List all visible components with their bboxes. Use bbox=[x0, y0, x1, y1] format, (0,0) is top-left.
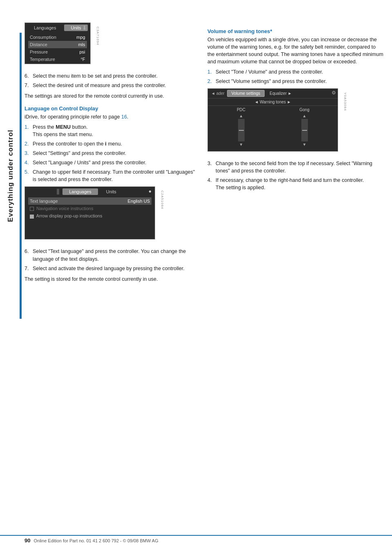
lang-rows: Text language English US Navigation voic… bbox=[25, 197, 155, 220]
page-footer: 90 Online Edition for Part no. 01 41 2 6… bbox=[0, 535, 392, 544]
vol-screen-wrapper: ◄ ader Volume settings Equalizer ► ⚙ ◄ W… bbox=[207, 88, 338, 156]
list-item-vol-step2: 2. Select "Volume settings" and press th… bbox=[207, 78, 384, 85]
page-ref-link[interactable]: 16 bbox=[121, 114, 127, 120]
down-arrow-icon: ⬇ bbox=[82, 25, 87, 31]
list-item-lang-step4: 4. Select "Language / Units" and press t… bbox=[24, 159, 196, 166]
list-item-lang-step3: 3. Select "Settings" and press the contr… bbox=[24, 150, 196, 157]
lang-screen-mockup: Languages Units ● Text language English … bbox=[24, 186, 155, 239]
units-screen-wrapper: Languages Units ⬇ Consumption mpg Distan… bbox=[24, 22, 91, 68]
units-row-pressure: Pressure psi bbox=[28, 48, 87, 56]
units-row-temperature: Temperature °F bbox=[28, 56, 87, 63]
vol-screen-mockup: ◄ ader Volume settings Equalizer ► ⚙ ◄ W… bbox=[207, 88, 338, 152]
units-rows: Consumption mpg Distance mls Pressure ps… bbox=[25, 33, 90, 64]
vol-steps-list: 1. Select "Tone / Volume" and press the … bbox=[207, 68, 384, 85]
vol-settings-icon: ⚙ bbox=[332, 90, 336, 96]
lang-tab-indicator bbox=[57, 189, 59, 195]
lang-steps-list: 1. Press the MENU button.This opens the … bbox=[24, 123, 196, 184]
bullet-icon: ● bbox=[149, 188, 151, 194]
lang-screen-side-label: C2A51084 bbox=[160, 190, 164, 209]
list-item-lang-step1: 1. Press the MENU button.This opens the … bbox=[24, 123, 196, 138]
sidebar-text: Everything under control bbox=[7, 130, 15, 222]
vol-tabs: ◄ ader Volume settings Equalizer ► ⚙ bbox=[208, 89, 338, 98]
page-number: 90 bbox=[24, 537, 30, 544]
lang-tab-units: Units bbox=[100, 188, 123, 195]
vol-channel-gong: Gong ▲ ▼ bbox=[274, 107, 334, 147]
vol-intro: On vehicles equipped with a single drive… bbox=[207, 36, 384, 66]
list-item-step7a: 7. Select the desired unit of measure an… bbox=[24, 82, 196, 89]
list-item-step6b: 6. Select "Text language" and press the … bbox=[24, 248, 196, 262]
warning-tones-row: ◄ Warning tones ► bbox=[208, 98, 338, 106]
gong-down-arrow: ▼ bbox=[303, 142, 307, 147]
final-note: The setting is stored for the remote con… bbox=[24, 275, 196, 283]
tab-languages: Languages bbox=[27, 25, 62, 31]
right-column: Volume of warning tones* On vehicles equ… bbox=[207, 22, 384, 285]
nav-checkbox bbox=[30, 207, 34, 211]
pdc-mid-line bbox=[239, 130, 244, 131]
main-content: Languages Units ⬇ Consumption mpg Distan… bbox=[24, 22, 384, 285]
vol-section-header: Volume of warning tones* bbox=[207, 28, 384, 34]
vol-tab-equalizer: Equalizer ► bbox=[265, 90, 296, 96]
pdc-down-arrow: ▼ bbox=[239, 142, 243, 147]
lang-tab-languages: Languages bbox=[62, 188, 98, 195]
units-row-consumption: Consumption mpg bbox=[28, 34, 87, 41]
units-steps-list: 6. Select the menu item to be set and pr… bbox=[24, 72, 196, 89]
list-item-lang-step2: 2. Press the controller to open the i me… bbox=[24, 140, 196, 148]
list-item-lang-step5: 5. Change to upper field if necessary. T… bbox=[24, 168, 196, 183]
footer-text: Online Edition for Part no. 01 41 2 600 … bbox=[33, 538, 158, 543]
vol-tab-active: Volume settings bbox=[227, 90, 265, 97]
gong-mid-line bbox=[302, 130, 307, 131]
units-screen-mockup: Languages Units ⬇ Consumption mpg Distan… bbox=[24, 22, 91, 64]
list-item-step6a: 6. Select the menu item to be set and pr… bbox=[24, 72, 196, 80]
lang-screen-wrapper: Languages Units ● Text language English … bbox=[24, 186, 155, 244]
list-item-vol-step3: 3. Change to the second field from the t… bbox=[207, 160, 384, 175]
lang-row-nav: Navigation voice instructions bbox=[28, 205, 151, 212]
accent-bar bbox=[20, 33, 22, 319]
screen-side-label: C3A71094 bbox=[96, 27, 100, 45]
lang-steps-after-list: 6. Select "Text language" and press the … bbox=[24, 248, 196, 272]
vol-channels: PDC ▲ ▼ Go bbox=[208, 106, 338, 148]
settings-note: The settings are stored for the remote c… bbox=[24, 92, 196, 100]
gong-up-arrow: ▲ bbox=[303, 114, 307, 118]
sidebar-label: Everything under control bbox=[0, 33, 21, 319]
units-tabs: Languages Units ⬇ bbox=[25, 23, 90, 33]
lang-tabs: Languages Units ● bbox=[25, 187, 155, 197]
left-column: Languages Units ⬇ Consumption mpg Distan… bbox=[24, 22, 196, 285]
gong-bar-track bbox=[301, 119, 308, 141]
lang-row-text: Text language English US bbox=[28, 197, 151, 205]
pdc-bar-track bbox=[238, 119, 245, 141]
list-item-vol-step1: 1. Select "Tone / Volume" and press the … bbox=[207, 68, 384, 76]
pdc-up-arrow: ▲ bbox=[239, 114, 243, 118]
idrive-ref: iDrive, for operating principle refer to… bbox=[24, 113, 196, 121]
list-item-step7b: 7. Select and activate the desired langu… bbox=[24, 265, 196, 272]
vol-tab-prev: ◄ ader bbox=[209, 90, 226, 96]
lang-row-arrow: Arrow display pop-up instructions bbox=[28, 212, 151, 219]
vol-steps-after-list: 3. Change to the second field from the t… bbox=[207, 160, 384, 192]
lang-section-header: Language on Control Display bbox=[24, 105, 196, 112]
two-column-layout: Languages Units ⬇ Consumption mpg Distan… bbox=[24, 22, 384, 285]
vol-channel-pdc: PDC ▲ ▼ bbox=[211, 107, 271, 147]
list-item-vol-step4: 4. If necessary, change to the right-han… bbox=[207, 177, 384, 191]
arrow-checkbox bbox=[30, 215, 34, 219]
units-row-distance: Distance mls bbox=[28, 41, 87, 48]
vol-screen-side-label: Y0A53084 bbox=[343, 92, 347, 111]
